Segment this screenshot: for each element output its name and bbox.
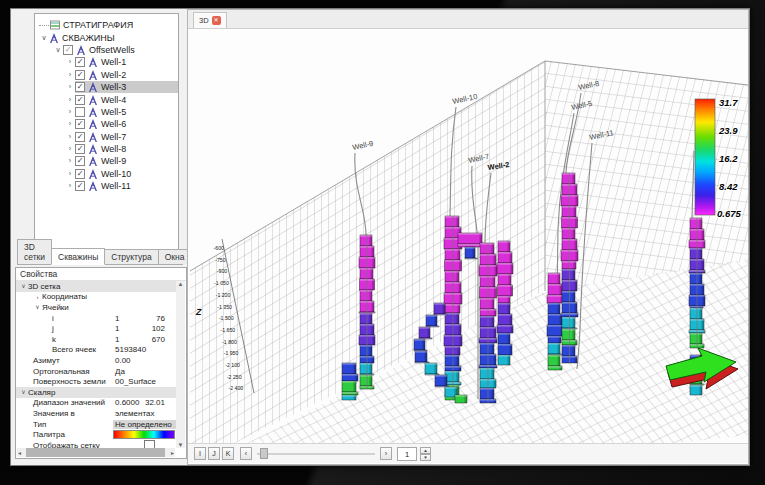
tree-item-label: Well-6: [101, 119, 126, 129]
prop-row-values-in[interactable]: Значения в элементах: [16, 408, 179, 419]
prop-row-orthogonal[interactable]: Ортогональная Да: [16, 366, 179, 377]
tree-item-well-5[interactable]: › Well-5: [35, 106, 178, 118]
checkbox[interactable]: [75, 169, 85, 179]
slice-slider[interactable]: [257, 447, 375, 460]
tree-item-stratigraphy[interactable]: СТРАТИГРАФИЯ: [35, 19, 178, 31]
close-icon[interactable]: ✕: [212, 16, 221, 25]
j-slice-button[interactable]: J: [208, 447, 220, 460]
prop-row-coordinates[interactable]: › Координаты: [16, 292, 179, 303]
3d-canvas[interactable]: Z -600-750-900-1 050-1 200-1 350-1 500-1…: [188, 29, 748, 443]
tab-wells[interactable]: Скважины: [51, 248, 105, 265]
prop-row-total-cells[interactable]: Всего ячеек 5193840: [16, 345, 179, 356]
z-axis-label: Z: [195, 307, 202, 317]
chevron-right-icon[interactable]: ›: [65, 156, 75, 166]
tree-item-well-1[interactable]: › Well-1: [35, 56, 178, 68]
well-icon: [88, 181, 98, 191]
checkbox[interactable]: [75, 107, 85, 117]
slice-index-input[interactable]: 1: [397, 447, 417, 461]
chevron-right-icon[interactable]: ›: [33, 292, 42, 302]
scroll-down-icon[interactable]: ▼: [176, 442, 185, 448]
viewport-tab-3d[interactable]: 3D ✕: [193, 12, 227, 28]
tab-3d-grids[interactable]: 3D сетки: [17, 239, 52, 264]
prop-group-3d-grid[interactable]: ∨ 3D сетка: [16, 281, 179, 292]
chevron-down-icon[interactable]: ∨: [19, 281, 28, 291]
tree-item-well-10[interactable]: › Well-10: [35, 168, 178, 180]
tree-item-well-4[interactable]: › Well-4: [35, 93, 178, 105]
tree-item-well-3[interactable]: › Well-3: [35, 81, 178, 93]
tab-structure[interactable]: Структура: [104, 249, 158, 264]
slider-track[interactable]: [257, 453, 375, 455]
prop-row-k[interactable]: k 1 670: [16, 334, 179, 345]
i-slice-button[interactable]: I: [194, 447, 206, 460]
chevron-right-icon[interactable]: ›: [65, 70, 75, 80]
well-icon: [88, 169, 98, 179]
prop-row-palette[interactable]: Палитра: [16, 429, 179, 440]
slider-right-button[interactable]: ›: [380, 447, 392, 460]
z-axis-tick: -2 400: [228, 385, 243, 391]
checkbox[interactable]: [75, 57, 85, 67]
tree-item-well-2[interactable]: › Well-2: [35, 69, 178, 81]
chevron-down-icon[interactable]: ∨: [39, 33, 49, 43]
k-slice-button[interactable]: K: [222, 447, 234, 460]
scroll-right-icon[interactable]: ▸: [171, 449, 174, 456]
checkbox[interactable]: [75, 119, 85, 129]
checkbox[interactable]: [75, 95, 85, 105]
slider-left-button[interactable]: ‹: [240, 447, 252, 460]
chevron-right-icon[interactable]: ›: [65, 57, 75, 67]
stepper-down-icon[interactable]: ▼: [420, 454, 431, 461]
chevron-right-icon[interactable]: ›: [65, 95, 75, 105]
z-axis-tick: -1 950: [224, 350, 239, 356]
scrollbar-thumb[interactable]: [26, 448, 165, 457]
prop-row-type[interactable]: Тип Не определено: [16, 419, 179, 430]
properties-vertical-scrollbar[interactable]: ▲ ▼: [176, 281, 185, 448]
checkbox[interactable]: [63, 45, 73, 55]
tree-item-well-7[interactable]: › Well-7: [35, 131, 178, 143]
scroll-left-icon[interactable]: ◂: [18, 449, 21, 456]
chevron-down-icon[interactable]: ∨: [33, 302, 42, 312]
checkbox[interactable]: [75, 156, 85, 166]
slice-stepper[interactable]: ▲ ▼: [420, 447, 431, 461]
tree-item-offsetwells[interactable]: ∨ OffsetWells: [35, 44, 178, 56]
prop-row-j[interactable]: j 1 102: [16, 323, 179, 334]
tree-item-well-11[interactable]: › Well-11: [35, 180, 178, 192]
well-icon: [88, 82, 98, 92]
type-dropdown[interactable]: Не определено: [113, 420, 176, 429]
chevron-right-icon[interactable]: ›: [65, 181, 75, 191]
properties-horizontal-scrollbar[interactable]: ◂ ▸: [17, 448, 175, 457]
chevron-down-icon[interactable]: ∨: [53, 45, 63, 55]
chevron-right-icon[interactable]: ›: [65, 132, 75, 142]
selected-row-highlight: Well-3: [75, 81, 178, 93]
viewport-toolbar: I J K ‹ › 1 ▲ ▼: [188, 443, 748, 463]
tree-item-well-9[interactable]: › Well-9: [35, 155, 178, 167]
tree-item-label: СКВАЖИНЫ: [62, 33, 115, 43]
palette-gradient-swatch[interactable]: [113, 430, 175, 439]
chevron-right-icon[interactable]: ›: [65, 107, 75, 117]
prop-row-i[interactable]: i 1 76: [16, 313, 179, 324]
prop-value: Да: [115, 367, 125, 376]
prop-row-cells[interactable]: ∨ Ячейки: [16, 302, 179, 313]
well-icon: [49, 33, 59, 43]
scroll-up-icon[interactable]: ▲: [178, 281, 184, 287]
checkbox[interactable]: [75, 144, 85, 154]
checkbox[interactable]: [75, 181, 85, 191]
tree-item-well-8[interactable]: › Well-8: [35, 143, 178, 155]
slider-thumb[interactable]: [260, 448, 268, 459]
chevron-down-icon[interactable]: ∨: [19, 387, 28, 397]
chevron-right-icon[interactable]: ›: [65, 119, 75, 129]
checkbox[interactable]: [75, 82, 85, 92]
checkbox[interactable]: [75, 132, 85, 142]
prop-row-value-range[interactable]: Диапазон значений 0.6000 32.01: [16, 398, 179, 409]
stepper-up-icon[interactable]: ▲: [420, 447, 431, 454]
prop-row-ground-surface[interactable]: Поверхность земли 00_Surface: [16, 376, 179, 387]
tree-item-wells[interactable]: ∨ СКВАЖИНЫ: [35, 31, 178, 43]
z-axis-tick: -1 650: [220, 327, 235, 333]
checkbox[interactable]: [75, 70, 85, 80]
object-tree-panel: СТРАТИГРАФИЯ ∨ СКВАЖИНЫ ∨ OffsetWells › …: [34, 13, 179, 257]
prop-value: 76: [156, 314, 165, 323]
prop-row-azimuth[interactable]: Азимут 0.00: [16, 355, 179, 366]
chevron-right-icon[interactable]: ›: [65, 82, 75, 92]
prop-group-scalar[interactable]: ∨ Скаляр: [16, 387, 179, 398]
chevron-right-icon[interactable]: ›: [65, 144, 75, 154]
chevron-right-icon[interactable]: ›: [65, 169, 75, 179]
tree-item-well-6[interactable]: › Well-6: [35, 118, 178, 130]
